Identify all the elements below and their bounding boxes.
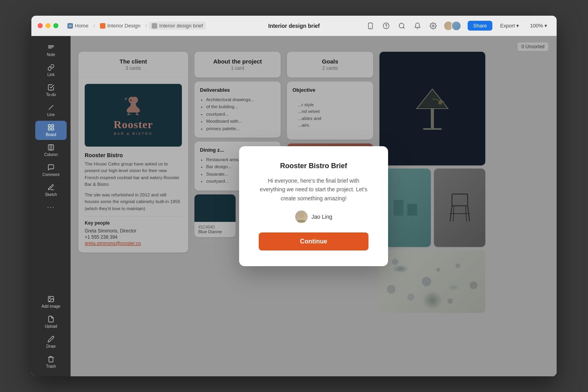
modal-author: Jao Ling: [259, 211, 368, 223]
export-button[interactable]: Export ▾: [497, 21, 522, 30]
sidebar-item-line[interactable]: Line: [35, 101, 67, 120]
sidebar-item-link[interactable]: Link: [35, 61, 67, 80]
page-title: Interior design brief: [268, 23, 319, 29]
sidebar-item-trash[interactable]: Trash: [35, 352, 67, 372]
sidebar-item-add-image[interactable]: Add image: [35, 292, 67, 312]
title-bar-right: Share Export ▾ 100% ▾: [365, 20, 550, 31]
breadcrumb: M Home / Interior Design / Interior desi…: [65, 22, 206, 30]
home-label: Home: [75, 23, 89, 29]
svg-rect-14: [48, 145, 54, 150]
continue-button[interactable]: Continue: [259, 232, 368, 250]
project-dot: [100, 23, 105, 29]
share-button[interactable]: Share: [468, 21, 492, 31]
svg-rect-11: [52, 125, 54, 127]
settings-icon[interactable]: [428, 20, 439, 31]
sidebar-item-draw[interactable]: Draw: [35, 332, 67, 352]
traffic-lights: [38, 23, 58, 28]
sidebar-item-more[interactable]: ···: [35, 201, 67, 214]
device-icon[interactable]: [365, 20, 376, 31]
breadcrumb-sep-1: /: [94, 24, 95, 28]
sidebar-item-comment[interactable]: Comment: [35, 161, 67, 180]
svg-point-18: [49, 298, 50, 298]
main-layout: Note Link To-do Line Board Column: [31, 36, 557, 376]
svg-point-45: [299, 213, 304, 218]
author-avatar: [295, 211, 308, 223]
search-icon[interactable]: [396, 20, 407, 31]
svg-rect-12: [48, 128, 50, 130]
minimize-button[interactable]: [45, 23, 51, 28]
breadcrumb-sep-2: /: [145, 24, 147, 28]
sidebar-item-todo[interactable]: To-do: [35, 81, 67, 100]
zoom-control[interactable]: 100% ▾: [527, 21, 550, 30]
breadcrumb-current[interactable]: Interior design brief: [149, 22, 205, 30]
current-label: Interior design brief: [159, 23, 203, 29]
svg-rect-13: [52, 128, 54, 130]
help-icon[interactable]: [381, 20, 392, 31]
sidebar-item-note[interactable]: Note: [35, 41, 67, 60]
sidebar: Note Link To-do Line Board Column: [31, 36, 71, 376]
sidebar-item-sketch[interactable]: Sketch: [35, 181, 67, 200]
modal-dialog: Rooster Bistro Brief Hi everyone, here's…: [239, 146, 388, 266]
maximize-button[interactable]: [53, 23, 58, 28]
sidebar-item-upload[interactable]: Upload: [35, 312, 67, 332]
app-window: M Home / Interior Design / Interior desi…: [31, 16, 557, 376]
project-label: Interior Design: [107, 23, 141, 29]
modal-overlay: Rooster Bistro Brief Hi everyone, here's…: [71, 36, 557, 376]
svg-point-2: [383, 23, 389, 29]
breadcrumb-home[interactable]: M Home: [65, 22, 91, 30]
collaborator-avatars: [443, 21, 461, 31]
svg-rect-10: [48, 125, 50, 127]
current-dot: [152, 23, 157, 29]
close-button[interactable]: [38, 23, 43, 28]
sidebar-item-column[interactable]: Column: [35, 141, 67, 160]
modal-body: Hi everyone, here's the final brief with…: [259, 176, 368, 203]
svg-point-5: [432, 25, 434, 27]
svg-line-9: [49, 105, 53, 110]
author-name: Jao Ling: [312, 214, 332, 220]
breadcrumb-project[interactable]: Interior Design: [97, 22, 143, 30]
avatar-2: [451, 21, 461, 31]
canvas-area: 0 Unsorted The client 3 cards: [71, 36, 557, 376]
modal-title: Rooster Bistro Brief: [259, 162, 368, 170]
title-bar: M Home / Interior Design / Interior desi…: [31, 16, 557, 36]
notification-icon[interactable]: [412, 20, 423, 31]
sidebar-item-board[interactable]: Board: [35, 121, 67, 140]
